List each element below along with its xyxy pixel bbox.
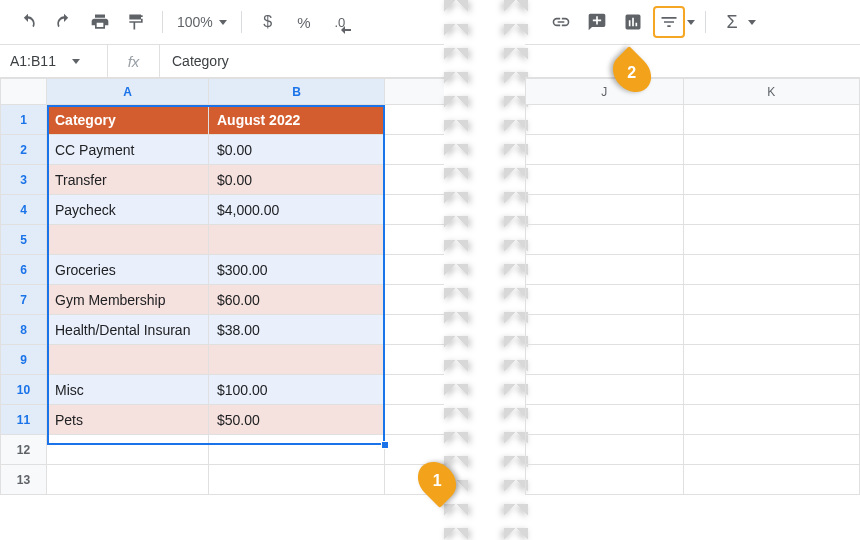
cell[interactable]: [526, 255, 684, 285]
cell[interactable]: [526, 405, 684, 435]
column-header-k[interactable]: K: [683, 79, 859, 105]
cell[interactable]: Gym Membership: [47, 285, 209, 315]
spreadsheet-grid[interactable]: A B 1 Category August 2022 2CC Payment$0…: [0, 78, 460, 495]
cell[interactable]: $4,000.00: [209, 195, 385, 225]
cell[interactable]: [209, 225, 385, 255]
decrease-decimal-button[interactable]: .0: [324, 6, 356, 38]
cell[interactable]: Pets: [47, 405, 209, 435]
cell[interactable]: [385, 285, 445, 315]
cell[interactable]: [683, 225, 859, 255]
insert-comment-button[interactable]: [581, 6, 613, 38]
cell[interactable]: [526, 225, 684, 255]
cell[interactable]: $60.00: [209, 285, 385, 315]
cell[interactable]: Groceries: [47, 255, 209, 285]
cell[interactable]: [385, 225, 445, 255]
format-percent-button[interactable]: %: [288, 6, 320, 38]
row-header[interactable]: 13: [1, 465, 47, 495]
row-header[interactable]: 11: [1, 405, 47, 435]
column-header-a[interactable]: A: [47, 79, 209, 105]
cell[interactable]: $0.00: [209, 165, 385, 195]
cell[interactable]: [683, 465, 859, 495]
cell[interactable]: [385, 195, 445, 225]
cell[interactable]: $300.00: [209, 255, 385, 285]
row-header[interactable]: 8: [1, 315, 47, 345]
column-header-j[interactable]: J: [526, 79, 684, 105]
cell[interactable]: [47, 345, 209, 375]
name-box[interactable]: A1:B11: [0, 45, 108, 77]
zoom-select[interactable]: 100%: [173, 14, 231, 30]
row-header[interactable]: 10: [1, 375, 47, 405]
cell[interactable]: [526, 135, 684, 165]
cell[interactable]: [47, 435, 209, 465]
redo-button[interactable]: [48, 6, 80, 38]
cell[interactable]: [385, 165, 445, 195]
row-header[interactable]: 7: [1, 285, 47, 315]
row-header[interactable]: 3: [1, 165, 47, 195]
formula-input[interactable]: [160, 45, 460, 77]
cell[interactable]: Paycheck: [47, 195, 209, 225]
cell[interactable]: [385, 345, 445, 375]
cell[interactable]: [526, 285, 684, 315]
cell[interactable]: [526, 195, 684, 225]
cell[interactable]: [683, 315, 859, 345]
create-filter-button[interactable]: [653, 6, 685, 38]
cell[interactable]: [683, 165, 859, 195]
cell[interactable]: [526, 315, 684, 345]
cell[interactable]: [526, 345, 684, 375]
cell[interactable]: [683, 195, 859, 225]
row-header[interactable]: 4: [1, 195, 47, 225]
cell[interactable]: $0.00: [209, 135, 385, 165]
cell[interactable]: [209, 435, 385, 465]
column-header-b[interactable]: B: [209, 79, 385, 105]
cell[interactable]: [526, 165, 684, 195]
row-header[interactable]: 6: [1, 255, 47, 285]
select-all-corner[interactable]: [1, 79, 47, 105]
insert-link-button[interactable]: [545, 6, 577, 38]
cell[interactable]: [683, 105, 859, 135]
cell[interactable]: Health/Dental Insuran: [47, 315, 209, 345]
row-header[interactable]: 2: [1, 135, 47, 165]
functions-button[interactable]: Σ: [716, 6, 748, 38]
cell[interactable]: Misc: [47, 375, 209, 405]
cell[interactable]: [385, 315, 445, 345]
cell[interactable]: [209, 345, 385, 375]
cell[interactable]: [683, 405, 859, 435]
row-header[interactable]: 1: [1, 105, 47, 135]
cell[interactable]: CC Payment: [47, 135, 209, 165]
cell[interactable]: [683, 345, 859, 375]
cell[interactable]: August 2022: [209, 105, 385, 135]
cell[interactable]: [47, 465, 209, 495]
cell[interactable]: [385, 375, 445, 405]
cell[interactable]: Category: [47, 105, 209, 135]
format-currency-button[interactable]: $: [252, 6, 284, 38]
print-button[interactable]: [84, 6, 116, 38]
cell[interactable]: [526, 435, 684, 465]
cell[interactable]: $50.00: [209, 405, 385, 435]
cell[interactable]: $38.00: [209, 315, 385, 345]
cell[interactable]: Transfer: [47, 165, 209, 195]
cell[interactable]: [385, 435, 445, 465]
cell[interactable]: [526, 105, 684, 135]
cell[interactable]: [683, 435, 859, 465]
cell[interactable]: [385, 135, 445, 165]
row-header[interactable]: 5: [1, 225, 47, 255]
cell[interactable]: [683, 135, 859, 165]
insert-chart-button[interactable]: [617, 6, 649, 38]
cell[interactable]: [683, 255, 859, 285]
cell[interactable]: [683, 285, 859, 315]
cell[interactable]: [47, 225, 209, 255]
cell[interactable]: [385, 105, 445, 135]
cell[interactable]: [683, 375, 859, 405]
column-header-blank[interactable]: [385, 79, 445, 105]
cell[interactable]: [526, 375, 684, 405]
paint-format-button[interactable]: [120, 6, 152, 38]
cell[interactable]: [385, 405, 445, 435]
spreadsheet-grid-right[interactable]: J K: [525, 78, 860, 495]
cell[interactable]: [209, 465, 385, 495]
cell[interactable]: [526, 465, 684, 495]
row-header[interactable]: 9: [1, 345, 47, 375]
undo-button[interactable]: [12, 6, 44, 38]
row-header[interactable]: 12: [1, 435, 47, 465]
cell[interactable]: $100.00: [209, 375, 385, 405]
cell[interactable]: [385, 255, 445, 285]
